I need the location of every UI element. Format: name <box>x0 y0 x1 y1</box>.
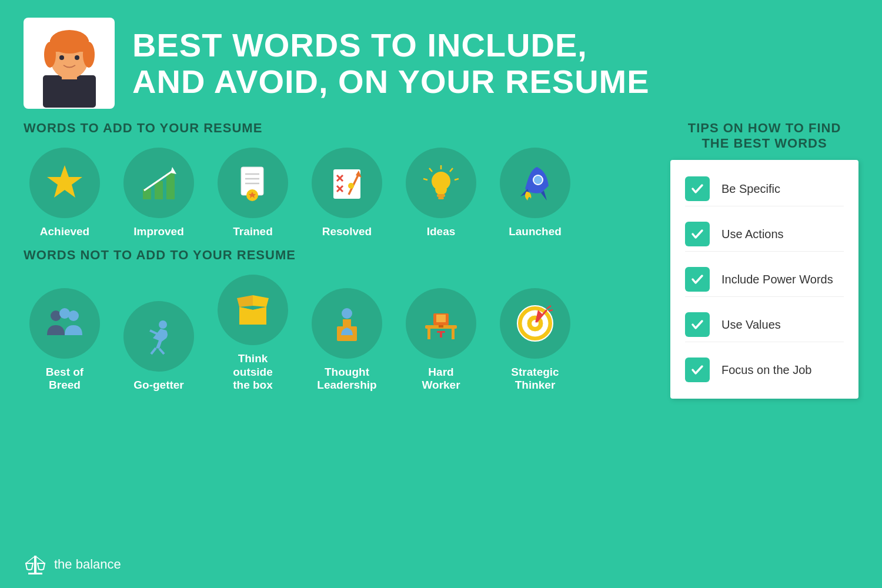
think-outside-icon-circle <box>218 275 288 345</box>
think-outside-label: Thinkoutsidethe box <box>233 352 273 392</box>
word-item-launched: Launched <box>494 148 576 239</box>
svg-point-34 <box>432 172 450 191</box>
tip-item-be-specific: Be Specific <box>685 172 844 206</box>
words-to-add-row: Achieved I <box>24 148 647 239</box>
main-title-block: BEST WORDS TO INCLUDE, AND AVOID, ON YOU… <box>132 27 650 99</box>
checkmark-use-actions <box>685 222 710 246</box>
svg-rect-35 <box>437 194 445 197</box>
best-of-breed-label: Best ofBreed <box>46 366 83 393</box>
improved-label: Improved <box>133 225 184 239</box>
svg-line-62 <box>547 306 551 309</box>
svg-line-67 <box>36 557 45 563</box>
tip-text-be-specific: Be Specific <box>721 182 780 196</box>
tips-title-line1: TIPS ON HOW TO FIND <box>688 121 841 135</box>
svg-rect-0 <box>43 75 96 108</box>
svg-line-43 <box>159 349 164 354</box>
svg-point-41 <box>159 320 167 329</box>
title-line1: BEST WORDS TO INCLUDE, <box>132 26 587 64</box>
checkmark-be-specific <box>685 176 710 201</box>
checkmark-power-words <box>685 267 710 292</box>
achieved-label: Achieved <box>40 225 89 239</box>
footer: the balance <box>24 553 121 576</box>
svg-rect-6 <box>50 40 89 52</box>
resolved-icon-circle <box>312 148 382 218</box>
svg-point-7 <box>59 55 64 60</box>
svg-line-63 <box>549 310 553 311</box>
title-line2: AND AVOID, ON YOUR RESUME <box>132 63 650 100</box>
svg-point-47 <box>342 308 352 319</box>
strategic-thinker-icon-circle <box>500 288 570 359</box>
words-to-add-section: WORDS TO ADD TO YOUR RESUME Achieved <box>24 121 647 239</box>
word-item-best-of-breed: Best ofBreed <box>24 288 106 393</box>
svg-rect-53 <box>439 325 443 328</box>
tip-item-focus-job: Focus on the Job <box>685 353 844 387</box>
words-not-to-add-row: Best ofBreed <box>24 275 647 392</box>
checkmark-use-values <box>685 312 710 337</box>
tip-text-use-actions: Use Actions <box>721 228 784 241</box>
word-item-trained: Trained <box>212 148 294 239</box>
ideas-label: Ideas <box>427 225 456 239</box>
svg-line-44 <box>150 330 159 335</box>
svg-point-40 <box>59 308 70 319</box>
svg-rect-36 <box>438 197 444 199</box>
checkmark-focus-job <box>685 358 710 382</box>
word-item-go-getter: Go-getter <box>118 301 200 392</box>
main-title: BEST WORDS TO INCLUDE, AND AVOID, ON YOU… <box>132 27 650 99</box>
hard-worker-label: HardWorker <box>422 366 460 393</box>
svg-rect-11 <box>155 181 163 199</box>
balance-logo-icon <box>24 553 47 576</box>
tips-title-line2: THE BEST WORDS <box>701 136 827 151</box>
tips-title: TIPS ON HOW TO FIND THE BEST WORDS <box>670 121 858 151</box>
svg-line-31 <box>455 179 459 180</box>
header: BEST WORDS TO INCLUDE, AND AVOID, ON YOU… <box>0 0 882 121</box>
thought-leadership-label: ThoughtLeadership <box>317 366 376 393</box>
word-item-hard-worker: HardWorker <box>400 288 482 393</box>
tip-text-power-words: Include Power Words <box>721 273 833 286</box>
word-item-improved: Improved <box>118 148 200 239</box>
ideas-icon-circle <box>406 148 476 218</box>
go-getter-label: Go-getter <box>133 379 184 392</box>
words-to-add-title: WORDS TO ADD TO YOUR RESUME <box>24 121 647 136</box>
tip-item-use-values: Use Values <box>685 308 844 342</box>
svg-point-8 <box>75 55 79 60</box>
right-panel: TIPS ON HOW TO FIND THE BEST WORDS Be Sp… <box>670 121 858 401</box>
svg-line-66 <box>26 557 34 563</box>
best-of-breed-icon-circle <box>29 288 100 359</box>
svg-rect-50 <box>452 329 455 339</box>
left-section: WORDS TO ADD TO YOUR RESUME Achieved <box>24 121 647 401</box>
achieved-icon-circle <box>29 148 100 218</box>
trained-icon-circle <box>218 148 288 218</box>
svg-point-37 <box>533 175 543 185</box>
svg-rect-54 <box>437 331 445 333</box>
avatar <box>24 18 115 109</box>
svg-marker-14 <box>171 167 176 174</box>
svg-point-28 <box>348 183 354 189</box>
svg-line-33 <box>423 179 427 180</box>
words-not-to-add-title: WORDS NOT TO ADD TO YOUR RESUME <box>24 248 647 263</box>
content-area: WORDS TO ADD TO YOUR RESUME Achieved <box>0 121 882 401</box>
svg-rect-55 <box>440 333 442 338</box>
hard-worker-icon-circle <box>406 288 476 359</box>
word-item-strategic-thinker: StrategicThinker <box>494 288 576 393</box>
word-item-thought-leadership: ThoughtLeadership <box>306 288 388 393</box>
svg-rect-12 <box>166 173 175 199</box>
svg-rect-49 <box>427 329 430 339</box>
tips-box: Be Specific Use Actions Include Powe <box>670 160 858 399</box>
tip-item-power-words: Include Power Words <box>685 262 844 297</box>
word-item-achieved: Achieved <box>24 148 106 239</box>
svg-line-32 <box>429 168 432 172</box>
svg-rect-65 <box>28 573 42 574</box>
svg-line-30 <box>450 168 453 172</box>
trained-label: Trained <box>233 225 273 239</box>
svg-rect-21 <box>333 169 360 199</box>
word-item-resolved: Resolved <box>306 148 388 239</box>
words-not-to-add-section: WORDS NOT TO ADD TO YOUR RESUME <box>24 248 647 392</box>
svg-rect-64 <box>34 556 36 573</box>
svg-rect-52 <box>436 315 446 322</box>
tip-text-use-values: Use Values <box>721 318 781 332</box>
thought-leadership-icon-circle <box>312 288 382 359</box>
tip-text-focus-job: Focus on the Job <box>721 363 811 377</box>
resolved-label: Resolved <box>322 225 372 239</box>
launched-icon-circle <box>500 148 570 218</box>
improved-icon-circle <box>123 148 194 218</box>
